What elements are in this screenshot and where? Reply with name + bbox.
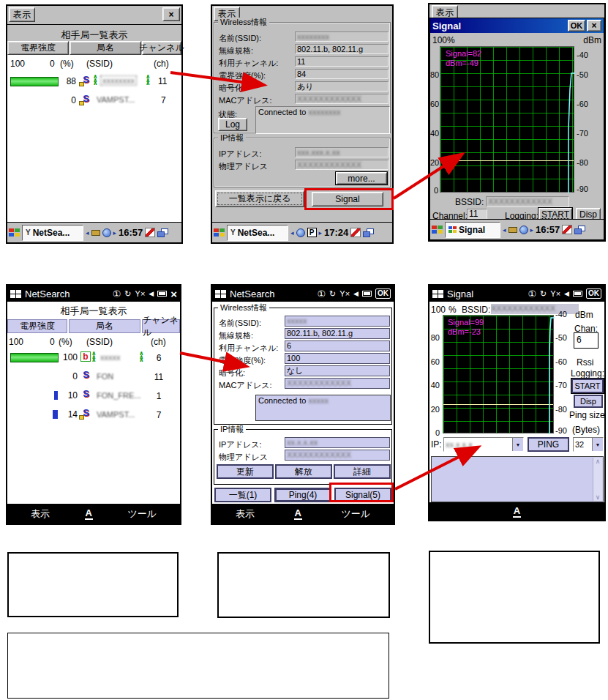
- close-icon[interactable]: ×: [170, 288, 177, 300]
- stylus-input-icon[interactable]: [145, 228, 155, 237]
- battery-icon[interactable]: [508, 227, 517, 233]
- menu-tools[interactable]: ツール: [127, 507, 157, 521]
- tab-ping-button[interactable]: Ping(4): [274, 488, 331, 502]
- menu-hyouji-button[interactable]: 表示: [9, 7, 35, 22]
- tray-next-icon[interactable]: ▸: [319, 229, 323, 237]
- channel-field[interactable]: 6: [285, 340, 390, 351]
- input-panel-icon[interactable]: A: [513, 505, 521, 518]
- tray-prev-icon[interactable]: ◂: [86, 229, 89, 237]
- ssid-field[interactable]: xxxxx: [285, 316, 390, 327]
- speaker-icon[interactable]: ◀: [353, 290, 359, 297]
- station-ssid[interactable]: VAMPST...: [97, 410, 135, 419]
- channel-field[interactable]: 11: [295, 56, 389, 67]
- signal-strength-field[interactable]: 84: [295, 69, 389, 79]
- station-ssid[interactable]: FON: [97, 372, 113, 381]
- more-button[interactable]: more...: [336, 172, 387, 185]
- column-header-signal[interactable]: 電界強度: [7, 319, 67, 333]
- taskbar-app-button[interactable]: YNetSea...: [22, 225, 83, 241]
- ok-button[interactable]: OK: [375, 288, 391, 299]
- standard-field[interactable]: 802.11.b, 802.11.g: [285, 328, 390, 339]
- antenna-off-icon[interactable]: Y×: [135, 289, 146, 298]
- station-ssid[interactable]: xxxxxxxx: [101, 76, 136, 85]
- battery-icon[interactable]: [362, 291, 372, 297]
- desktop-toggle-icon[interactable]: [157, 228, 168, 237]
- column-header-channel[interactable]: チャンネル: [142, 319, 180, 333]
- start-button-icon[interactable]: [432, 226, 443, 234]
- start-flag-icon[interactable]: [10, 290, 21, 298]
- scroll-down-icon[interactable]: ∨: [596, 494, 601, 501]
- logging-start-button[interactable]: START: [571, 379, 604, 393]
- back-to-list-button[interactable]: 一覧表示に戻る: [215, 190, 304, 207]
- antenna-off-icon[interactable]: Y×: [339, 289, 350, 298]
- encryption-field[interactable]: なし: [285, 365, 390, 376]
- ip-combo[interactable]: xx.x.x.x▼: [443, 437, 524, 452]
- network-icon[interactable]: [102, 228, 111, 237]
- tab-list-button[interactable]: 一覧(1): [214, 488, 271, 502]
- desktop-toggle-icon[interactable]: [363, 228, 374, 237]
- stylus-input-icon[interactable]: [562, 225, 572, 234]
- circled1-icon[interactable]: ①: [528, 288, 536, 299]
- input-panel-icon[interactable]: A: [294, 507, 302, 520]
- station-ssid[interactable]: VAMPST...: [97, 95, 135, 104]
- start-flag-icon[interactable]: [432, 290, 443, 298]
- battery-icon[interactable]: [573, 291, 582, 297]
- column-header-station[interactable]: 局名: [69, 319, 140, 333]
- station-ssid[interactable]: xxxxx: [100, 353, 121, 362]
- tray-next-icon[interactable]: ▸: [530, 226, 534, 234]
- taskbar-app-button[interactable]: Signal: [445, 222, 500, 238]
- sync-icon[interactable]: ↻: [540, 289, 547, 299]
- column-header-station[interactable]: 局名: [70, 41, 141, 55]
- renew-button[interactable]: 更新: [217, 464, 274, 479]
- column-header-signal[interactable]: 電界強度: [7, 41, 69, 55]
- tray-next-icon[interactable]: ▸: [113, 229, 117, 237]
- encryption-field[interactable]: あり: [295, 81, 389, 92]
- bssid-field[interactable]: XXXXXXXXXXXX: [486, 196, 569, 207]
- log-button[interactable]: Log: [218, 118, 247, 131]
- battery-icon[interactable]: [91, 230, 100, 236]
- tray-prev-icon[interactable]: ◂: [503, 226, 506, 234]
- dropdown-icon[interactable]: ▼: [512, 438, 523, 451]
- start-button-icon[interactable]: [214, 228, 225, 237]
- network-icon[interactable]: [296, 228, 305, 237]
- ping-button[interactable]: PING: [528, 437, 569, 452]
- scrollbar[interactable]: ∧∨: [593, 458, 602, 501]
- network-icon[interactable]: [519, 226, 528, 234]
- input-panel-icon[interactable]: A: [85, 507, 93, 520]
- ip-address-field[interactable]: xx.x.x.xx: [285, 437, 390, 448]
- mac-field[interactable]: XXXXXXXXXXXX: [295, 94, 389, 104]
- standard-field[interactable]: 802.11.b, 802.11.g: [295, 44, 389, 54]
- antenna-off-icon[interactable]: Y×: [550, 289, 560, 298]
- start-button-icon[interactable]: [9, 228, 20, 237]
- circled1-icon[interactable]: ①: [317, 288, 326, 299]
- speaker-icon[interactable]: ◀: [149, 290, 154, 297]
- detail-button[interactable]: 詳細: [334, 464, 391, 479]
- station-ssid[interactable]: FON_FRE...: [97, 391, 141, 400]
- taskbar-app-button[interactable]: YNetSea...: [227, 225, 288, 241]
- sync-icon[interactable]: ↻: [329, 289, 336, 299]
- ok-button[interactable]: OK: [568, 20, 585, 31]
- disp-button[interactable]: Disp: [574, 395, 603, 408]
- stylus-input-icon[interactable]: [350, 228, 361, 237]
- start-flag-icon[interactable]: [215, 290, 226, 298]
- menu-tools[interactable]: ツール: [341, 507, 370, 521]
- desktop-toggle-icon[interactable]: [574, 226, 585, 234]
- ssid-field[interactable]: xxxxxxxx: [295, 31, 389, 42]
- ping-size-combo[interactable]: 32▼: [573, 437, 604, 452]
- chan-field[interactable]: 6: [574, 332, 598, 349]
- phys-address-field[interactable]: XXXXXXXXXXXX: [295, 160, 389, 170]
- battery-icon[interactable]: [157, 291, 167, 297]
- close-button[interactable]: ×: [162, 7, 180, 21]
- scroll-up-icon[interactable]: ∧: [596, 458, 601, 465]
- signal-strength-field[interactable]: 100: [285, 353, 390, 364]
- menu-hyouji[interactable]: 表示: [31, 507, 50, 521]
- ip-address-field[interactable]: xxx.xxx.x.xx: [295, 147, 389, 157]
- phys-address-field[interactable]: XXXXXXXXXXXX: [285, 450, 390, 461]
- close-button[interactable]: ×: [587, 20, 601, 31]
- ping-output-box[interactable]: ∧∨: [431, 456, 604, 502]
- circled1-icon[interactable]: ①: [113, 288, 121, 299]
- ok-button[interactable]: OK: [586, 288, 601, 299]
- sync-icon[interactable]: ↻: [124, 289, 131, 299]
- dropdown-icon[interactable]: ▼: [592, 438, 603, 451]
- input-method-icon[interactable]: P: [307, 228, 317, 237]
- speaker-icon[interactable]: ◀: [564, 290, 569, 297]
